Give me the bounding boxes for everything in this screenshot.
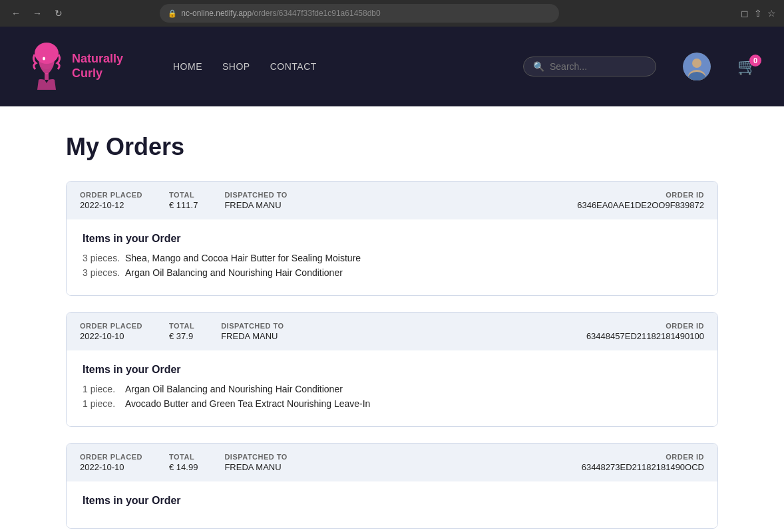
search-input[interactable] xyxy=(550,61,646,72)
search-icon: 🔍 xyxy=(533,61,544,72)
order-total-field: TOTAL € 14.99 xyxy=(169,453,198,472)
back-button[interactable]: ← xyxy=(8,5,24,21)
browser-action-buttons: ◻ ⇧ ☆ xyxy=(741,8,776,19)
total-value: € 37.9 xyxy=(169,331,194,341)
nav-home[interactable]: HOME xyxy=(173,61,202,72)
order-item-row: 3 pieces. Shea, Mango and Cocoa Hair But… xyxy=(83,253,701,263)
nav-links: HOME SHOP CONTACT xyxy=(173,61,317,72)
order-body: Items in your Order xyxy=(67,481,717,528)
order-id-value: 63448457ED21182181490100 xyxy=(586,331,704,341)
order-placed-value: 2022-10-10 xyxy=(80,462,142,472)
order-total-field: TOTAL € 111.7 xyxy=(169,191,198,210)
dispatched-value: FREDA MANU xyxy=(224,462,288,472)
logo-area[interactable]: Naturally Curly xyxy=(27,40,146,93)
order-placed-label: ORDER PLACED xyxy=(80,191,142,199)
item-quantity: 1 piece. xyxy=(83,398,122,409)
order-id-value: 63448273ED21182181490OCD xyxy=(582,462,704,472)
order-header: ORDER PLACED 2022-10-12 TOTAL € 111.7 DI… xyxy=(67,182,717,219)
avatar[interactable] xyxy=(683,53,711,80)
item-name: Avocado Butter and Green Tea Extract Nou… xyxy=(125,398,370,409)
order-item-row: 1 piece. Avocado Butter and Green Tea Ex… xyxy=(83,398,701,409)
item-quantity: 3 pieces. xyxy=(83,253,122,263)
dispatched-label: DISPATCHED TO xyxy=(224,191,288,199)
order-item-row: 3 pieces. Argan Oil Balancing and Nouris… xyxy=(83,267,701,278)
order-total-field: TOTAL € 37.9 xyxy=(169,322,194,341)
dispatched-label: DISPATCHED TO xyxy=(221,322,284,330)
url-text: nc-online.netlify.app/orders/63447f33fde… xyxy=(181,9,380,18)
item-name: Argan Oil Balancing and Nourishing Hair … xyxy=(125,384,343,394)
order-item-row: 1 piece. Argan Oil Balancing and Nourish… xyxy=(83,384,701,394)
total-value: € 14.99 xyxy=(169,462,198,472)
item-quantity: 3 pieces. xyxy=(83,267,122,278)
total-value: € 111.7 xyxy=(169,200,198,210)
dispatched-value: FREDA MANU xyxy=(224,200,288,210)
nav-contact[interactable]: CONTACT xyxy=(270,61,317,72)
order-id-value: 6346EA0AAE1DE2OO9F839872 xyxy=(577,200,704,210)
cart-button[interactable]: 🛒 0 xyxy=(737,57,757,76)
order-id-field: ORDER ID 63448273ED21182181490OCD xyxy=(582,453,704,472)
order-placed-field: ORDER PLACED 2022-10-10 xyxy=(80,322,142,341)
total-label: TOTAL xyxy=(169,191,198,199)
dispatched-to-field: DISPATCHED TO FREDA MANU xyxy=(224,453,288,472)
order-placed-field: ORDER PLACED 2022-10-12 xyxy=(80,191,142,210)
cart-badge: 0 xyxy=(749,55,761,66)
order-card: ORDER PLACED 2022-10-10 TOTAL € 14.99 DI… xyxy=(66,443,718,529)
order-card: ORDER PLACED 2022-10-12 TOTAL € 111.7 DI… xyxy=(66,181,718,296)
main-content: My Orders ORDER PLACED 2022-10-12 TOTAL … xyxy=(26,106,758,532)
order-body: Items in your Order 1 piece. Argan Oil B… xyxy=(67,350,717,426)
order-placed-label: ORDER PLACED xyxy=(80,322,142,330)
order-items-title: Items in your Order xyxy=(83,364,701,376)
dispatched-value: FREDA MANU xyxy=(221,331,284,341)
page-title: My Orders xyxy=(66,133,718,161)
order-placed-value: 2022-10-10 xyxy=(80,331,142,341)
order-card: ORDER PLACED 2022-10-10 TOTAL € 37.9 DIS… xyxy=(66,312,718,427)
orders-list: ORDER PLACED 2022-10-12 TOTAL € 111.7 DI… xyxy=(66,181,718,529)
order-items-title: Items in your Order xyxy=(83,495,701,507)
order-id-label: ORDER ID xyxy=(577,191,704,199)
svg-rect-3 xyxy=(45,73,49,80)
order-id-label: ORDER ID xyxy=(586,322,704,330)
item-quantity: 1 piece. xyxy=(83,384,122,394)
reload-button[interactable]: ↻ xyxy=(51,5,67,21)
item-name: Shea, Mango and Cocoa Hair Butter for Se… xyxy=(125,253,361,263)
order-header: ORDER PLACED 2022-10-10 TOTAL € 37.9 DIS… xyxy=(67,313,717,350)
svg-point-2 xyxy=(43,57,45,61)
search-bar[interactable]: 🔍 xyxy=(523,57,656,76)
avatar-image xyxy=(683,53,711,80)
order-id-field: ORDER ID 63448457ED21182181490100 xyxy=(586,322,704,341)
dispatched-to-field: DISPATCHED TO FREDA MANU xyxy=(221,322,284,341)
order-body: Items in your Order 3 pieces. Shea, Mang… xyxy=(67,219,717,295)
logo-text: Naturally Curly xyxy=(72,52,123,80)
share-button[interactable]: ⇧ xyxy=(754,8,762,19)
total-label: TOTAL xyxy=(169,453,198,461)
dispatched-to-field: DISPATCHED TO FREDA MANU xyxy=(224,191,288,210)
navbar: Naturally Curly HOME SHOP CONTACT 🔍 🛒 0 xyxy=(0,27,784,106)
order-header: ORDER PLACED 2022-10-10 TOTAL € 14.99 DI… xyxy=(67,444,717,481)
dispatched-label: DISPATCHED TO xyxy=(224,453,288,461)
bookmark-button[interactable]: ☆ xyxy=(767,8,776,19)
item-name: Argan Oil Balancing and Nourishing Hair … xyxy=(125,267,343,278)
browser-chrome: ← → ↻ 🔒 nc-online.netlify.app/orders/634… xyxy=(0,0,784,27)
forward-button[interactable]: → xyxy=(29,5,45,21)
order-placed-label: ORDER PLACED xyxy=(80,453,142,461)
svg-point-5 xyxy=(692,59,701,68)
minimize-button[interactable]: ◻ xyxy=(741,8,749,19)
logo-icon xyxy=(27,40,67,93)
order-items-title: Items in your Order xyxy=(83,233,701,245)
order-placed-field: ORDER PLACED 2022-10-10 xyxy=(80,453,142,472)
order-id-field: ORDER ID 6346EA0AAE1DE2OO9F839872 xyxy=(577,191,704,210)
order-placed-value: 2022-10-12 xyxy=(80,200,142,210)
nav-shop[interactable]: SHOP xyxy=(222,61,250,72)
total-label: TOTAL xyxy=(169,322,194,330)
order-id-label: ORDER ID xyxy=(582,453,704,461)
url-bar[interactable]: 🔒 nc-online.netlify.app/orders/63447f33f… xyxy=(160,4,559,23)
